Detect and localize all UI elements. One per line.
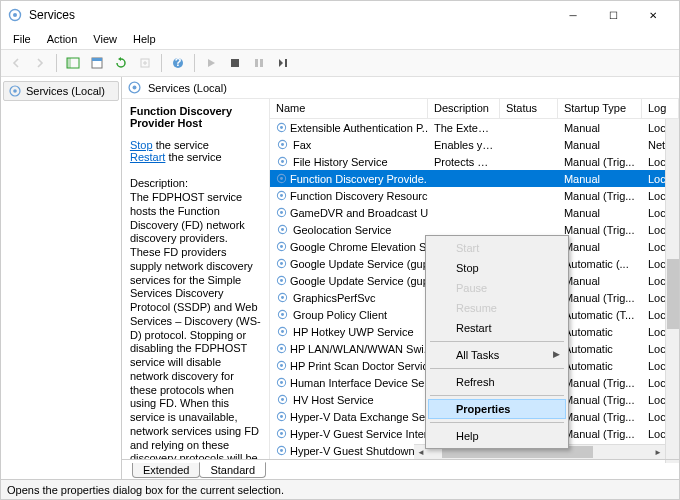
tree-root-label: Services (Local) <box>26 85 105 97</box>
tree-root-services[interactable]: Services (Local) <box>3 81 119 101</box>
gear-icon <box>276 223 290 237</box>
tab-standard[interactable]: Standard <box>199 462 266 478</box>
cm-all-tasks[interactable]: All Tasks▶ <box>428 345 566 365</box>
gear-icon <box>276 274 287 288</box>
restart-service-button[interactable] <box>272 52 294 74</box>
menu-file[interactable]: File <box>5 31 39 47</box>
service-startup-cell: Automatic <box>558 343 642 355</box>
service-startup-cell: Manual <box>558 122 642 134</box>
main-pane: Services (Local) Function Discovery Prov… <box>122 77 679 479</box>
refresh-toolbar-button[interactable] <box>110 52 132 74</box>
stop-link[interactable]: Stop <box>130 139 153 151</box>
maximize-button[interactable]: ☐ <box>593 1 633 29</box>
svg-point-54 <box>280 432 283 435</box>
svg-point-36 <box>280 279 283 282</box>
cm-refresh[interactable]: Refresh <box>428 372 566 392</box>
svg-point-20 <box>281 143 284 146</box>
service-name-cell: Function Discovery Resourc... <box>290 190 428 202</box>
restart-link[interactable]: Restart <box>130 151 165 163</box>
pause-service-button[interactable] <box>248 52 270 74</box>
service-row[interactable]: GameDVR and Broadcast Us...ManualLoca <box>270 204 679 221</box>
forward-button[interactable] <box>29 52 51 74</box>
service-name-cell: File History Service <box>293 156 388 168</box>
svg-point-38 <box>281 296 284 299</box>
pane-header: Services (Local) <box>122 77 679 99</box>
svg-point-1 <box>13 13 17 17</box>
service-name-cell: Group Policy Client <box>293 309 387 321</box>
statusbar-text: Opens the properties dialog box for the … <box>7 484 284 496</box>
service-startup-cell: Manual (Trig... <box>558 428 642 440</box>
gear-icon <box>276 410 287 424</box>
svg-point-26 <box>280 194 283 197</box>
gear-icon <box>276 155 290 169</box>
titlebar: Services ─ ☐ ✕ <box>1 1 679 29</box>
gear-icon <box>276 121 287 135</box>
svg-point-24 <box>280 177 283 180</box>
back-button[interactable] <box>5 52 27 74</box>
service-name-cell: GraphicsPerfSvc <box>293 292 376 304</box>
gear-icon <box>276 427 287 441</box>
cm-pause[interactable]: Pause <box>428 278 566 298</box>
help-toolbar-button[interactable]: ? <box>167 52 189 74</box>
service-row[interactable]: Function Discovery Resourc...Manual (Tri… <box>270 187 679 204</box>
column-startup[interactable]: Startup Type <box>558 99 642 118</box>
tree-pane: Services (Local) <box>1 77 122 479</box>
svg-point-56 <box>280 449 283 452</box>
stop-service-button[interactable] <box>224 52 246 74</box>
gear-icon <box>276 342 287 356</box>
svg-point-50 <box>281 398 284 401</box>
gear-icon <box>276 257 287 271</box>
cm-properties[interactable]: Properties <box>428 399 566 419</box>
cm-stop[interactable]: Stop <box>428 258 566 278</box>
list-header: Name Description Status Startup Type Log <box>270 99 679 119</box>
start-service-button[interactable] <box>200 52 222 74</box>
gear-icon <box>276 189 287 203</box>
export-button[interactable] <box>134 52 156 74</box>
service-startup-cell: Manual <box>558 275 642 287</box>
svg-point-40 <box>281 313 284 316</box>
svg-point-48 <box>280 381 283 384</box>
service-startup-cell: Manual (Trig... <box>558 377 642 389</box>
column-status[interactable]: Status <box>500 99 558 118</box>
svg-point-34 <box>280 262 283 265</box>
service-name-cell: HP Hotkey UWP Service <box>293 326 414 338</box>
menu-view[interactable]: View <box>85 31 125 47</box>
service-startup-cell: Automatic <box>558 326 642 338</box>
cm-start[interactable]: Start <box>428 238 566 258</box>
info-panel: Function Discovery Provider Host Stop th… <box>122 99 270 459</box>
service-name-cell: Human Interface Device Ser... <box>290 377 428 389</box>
service-row[interactable]: Function Discovery Provide...ManualLoca <box>270 170 679 187</box>
service-row[interactable]: File History ServiceProtects use...Manua… <box>270 153 679 170</box>
service-startup-cell: Manual (Trig... <box>558 190 642 202</box>
cm-help[interactable]: Help <box>428 426 566 446</box>
menubar: File Action View Help <box>1 29 679 49</box>
gear-icon <box>128 81 142 95</box>
service-name-cell: HV Host Service <box>293 394 374 406</box>
service-desc-cell: Enables you... <box>428 139 500 151</box>
cm-restart[interactable]: Restart <box>428 318 566 338</box>
svg-point-52 <box>280 415 283 418</box>
close-button[interactable]: ✕ <box>633 1 673 29</box>
svg-rect-3 <box>67 58 71 68</box>
column-logon[interactable]: Log <box>642 99 679 118</box>
show-hide-tree-button[interactable] <box>62 52 84 74</box>
service-row[interactable]: FaxEnables you...ManualNetw <box>270 136 679 153</box>
service-startup-cell: Manual (Trig... <box>558 411 642 423</box>
minimize-button[interactable]: ─ <box>553 1 593 29</box>
tab-extended[interactable]: Extended <box>132 463 200 478</box>
menu-action[interactable]: Action <box>39 31 86 47</box>
service-name-cell: Function Discovery Provide... <box>290 173 428 185</box>
vertical-scrollbar[interactable] <box>665 119 679 459</box>
properties-toolbar-button[interactable] <box>86 52 108 74</box>
column-name[interactable]: Name <box>270 99 428 118</box>
gear-icon <box>276 206 287 220</box>
service-name-cell: Fax <box>293 139 311 151</box>
service-name-cell: Google Chrome Elevation S... <box>290 241 428 253</box>
column-description[interactable]: Description <box>428 99 500 118</box>
cm-resume[interactable]: Resume <box>428 298 566 318</box>
svg-rect-9 <box>231 59 239 67</box>
svg-point-14 <box>13 89 17 93</box>
menu-help[interactable]: Help <box>125 31 164 47</box>
service-row[interactable]: Extensible Authentication P...The Extens… <box>270 119 679 136</box>
service-name-cell: Google Update Service (gup... <box>290 275 428 287</box>
